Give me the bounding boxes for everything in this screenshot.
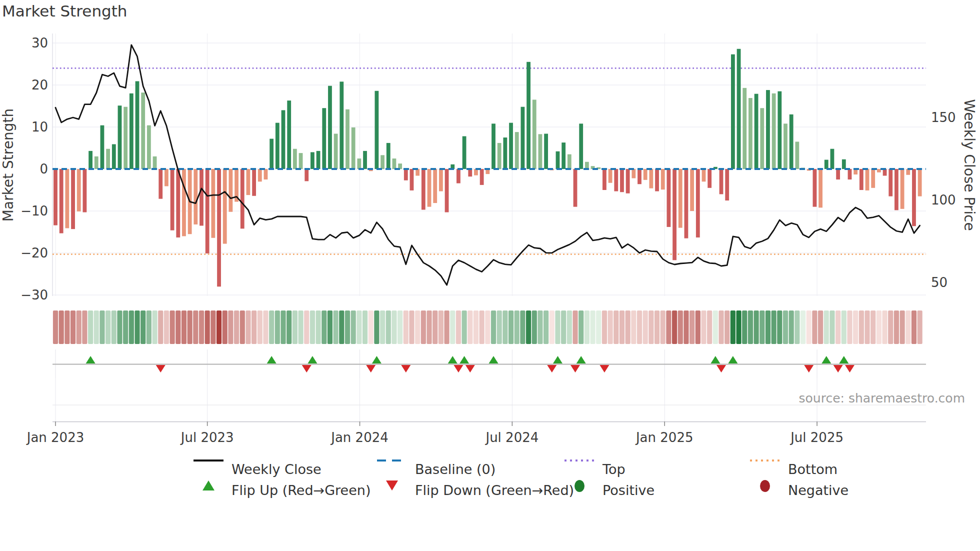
strength-bar — [538, 134, 542, 169]
legend-baseline: Baseline (0) — [376, 458, 496, 480]
strength-bar — [731, 54, 735, 169]
legend-bottom: Bottom — [749, 458, 838, 480]
strength-bar — [462, 136, 466, 169]
strength-bar — [480, 169, 484, 185]
heat-cell — [152, 310, 157, 344]
heat-cell — [351, 310, 356, 344]
flip-down-marker — [834, 365, 843, 372]
left-tick-label: −30 — [20, 288, 48, 302]
strength-bar — [544, 134, 548, 169]
strength-bar — [328, 86, 332, 169]
heat-cell — [462, 310, 467, 344]
heat-cell — [380, 310, 385, 344]
strength-bar — [720, 169, 724, 194]
heat-cell — [678, 310, 683, 344]
heat-cell — [240, 310, 245, 344]
strength-bar — [346, 110, 350, 169]
strength-bar — [416, 169, 420, 176]
heat-cell — [310, 310, 315, 344]
strength-bar — [439, 169, 443, 192]
heat-cell — [766, 310, 770, 344]
heat-cell — [718, 310, 724, 344]
strength-bar — [433, 169, 437, 203]
heat-cell — [900, 310, 905, 344]
flip-down-marker — [845, 365, 854, 372]
heat-cell — [404, 310, 408, 344]
strength-bar — [754, 94, 758, 169]
flip-up-marker — [460, 356, 469, 364]
strength-bar — [158, 169, 162, 199]
heat-cell — [456, 310, 461, 344]
heat-cell — [847, 310, 852, 344]
flip-up-marker — [822, 356, 831, 364]
strength-bar — [737, 49, 741, 169]
heat-cell — [502, 310, 508, 344]
heat-cell — [859, 310, 864, 344]
heat-cell — [129, 310, 134, 344]
strength-bar — [696, 169, 700, 238]
heat-cell — [514, 310, 520, 344]
x-tick-label: Jan 2024 — [330, 430, 388, 445]
strength-bar — [223, 169, 227, 244]
heat-cell — [631, 310, 636, 344]
strength-bar — [206, 169, 210, 254]
heat-cell — [205, 310, 210, 344]
strength-bar — [790, 114, 794, 169]
strength-bar — [422, 169, 426, 210]
heat-cell — [88, 310, 93, 344]
heat-cell — [444, 310, 449, 344]
heat-cell — [830, 310, 834, 344]
strength-bar — [217, 169, 221, 286]
strength-bar — [71, 169, 75, 229]
heat-cell — [316, 310, 321, 344]
strength-bar — [842, 160, 846, 169]
heat-cell — [870, 310, 876, 344]
heat-cell — [76, 310, 82, 344]
strength-bar — [574, 169, 578, 207]
heat-cell — [70, 310, 76, 344]
strength-bar — [532, 100, 536, 169]
strength-bar — [708, 169, 712, 188]
heat-cell — [252, 310, 256, 344]
heat-cell — [392, 310, 396, 344]
heat-cell — [736, 310, 741, 344]
heat-cell — [356, 310, 362, 344]
heat-cell — [421, 310, 426, 344]
legend-weekly-close: Weekly Close — [192, 458, 322, 480]
heat-cell — [228, 310, 233, 344]
legend-positive: Positive — [564, 479, 654, 501]
strength-bar — [264, 169, 268, 180]
strength-bar — [252, 169, 256, 196]
strength-bar — [836, 169, 840, 180]
strength-bar — [153, 156, 157, 169]
strength-bar — [147, 126, 151, 169]
flip-down-marker — [366, 365, 376, 372]
heat-cell — [292, 310, 298, 344]
heat-cell — [772, 310, 776, 344]
right-tick-label: 50 — [931, 275, 948, 290]
flip-up-marker — [372, 356, 382, 364]
heat-cell — [520, 310, 525, 344]
left-tick-label: 10 — [32, 120, 48, 134]
strength-bar — [848, 169, 852, 180]
strength-bar — [240, 169, 244, 228]
heat-cell — [415, 310, 420, 344]
heat-cell — [508, 310, 514, 344]
heat-cell — [584, 310, 590, 344]
strength-bar — [468, 169, 472, 176]
flip-up-marker — [710, 356, 720, 364]
heat-cell — [210, 310, 216, 344]
strength-bar — [106, 149, 110, 169]
heat-cell — [561, 310, 566, 344]
heat-cell — [532, 310, 537, 344]
heat-cell — [106, 310, 110, 344]
strength-bar — [182, 169, 186, 236]
heat-cell — [620, 310, 624, 344]
heat-cell — [789, 310, 794, 344]
strength-bar — [912, 169, 916, 226]
strength-bar — [130, 94, 134, 169]
heat-cell — [567, 310, 572, 344]
strength-bar — [620, 169, 624, 192]
strength-bar — [579, 124, 583, 169]
strength-bar — [632, 169, 636, 178]
